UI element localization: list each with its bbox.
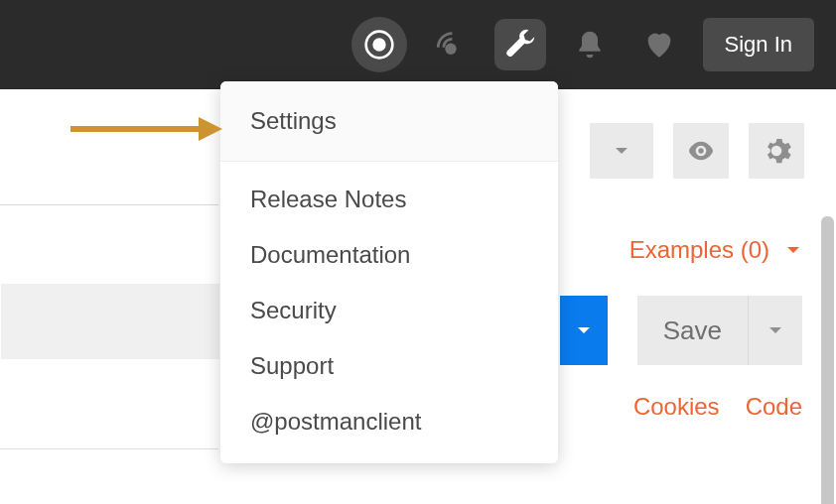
cookies-link[interactable]: Cookies	[633, 393, 720, 421]
gear-icon	[761, 135, 792, 167]
divider	[0, 448, 218, 449]
caret-down-icon	[613, 142, 630, 160]
top-toolbar: Sign In	[0, 0, 836, 89]
sync-icon[interactable]	[351, 17, 407, 72]
bottom-links: Cookies Code	[633, 393, 802, 421]
examples-link[interactable]: Examples (0)	[629, 236, 769, 264]
svg-point-1	[373, 40, 384, 51]
sign-in-button[interactable]: Sign In	[703, 18, 815, 71]
caret-down-icon	[784, 241, 802, 259]
scrollbar-thumb[interactable]	[821, 216, 834, 504]
dropdown-caret-button[interactable]	[590, 123, 653, 179]
caret-down-icon	[575, 321, 593, 339]
satellite-icon[interactable]	[425, 19, 477, 70]
menu-item-twitter[interactable]: @postmanclient	[220, 394, 558, 463]
caret-down-icon	[766, 321, 784, 339]
menu-item-settings[interactable]: Settings	[220, 81, 558, 162]
eye-icon	[685, 135, 717, 167]
examples-row: Examples (0)	[629, 236, 802, 264]
examples-caret[interactable]	[784, 241, 802, 259]
menu-item-security[interactable]: Security	[220, 283, 558, 338]
menu-item-release-notes[interactable]: Release Notes	[220, 162, 558, 227]
settings-dropdown-menu: Settings Release Notes Documentation Sec…	[220, 81, 558, 463]
save-dropdown-button[interactable]	[749, 296, 802, 365]
divider	[0, 204, 218, 205]
save-row: Save	[560, 296, 802, 365]
menu-item-documentation[interactable]: Documentation	[220, 227, 558, 283]
code-link[interactable]: Code	[746, 393, 802, 421]
view-button[interactable]	[673, 123, 729, 179]
bell-icon[interactable]	[564, 19, 616, 70]
wrench-icon[interactable]	[494, 19, 546, 70]
save-button[interactable]: Save	[637, 296, 749, 365]
save-button-group: Save	[637, 296, 802, 365]
request-input-strip[interactable]	[1, 284, 219, 359]
svg-point-2	[445, 44, 456, 55]
heart-icon[interactable]	[633, 19, 685, 70]
settings-button[interactable]	[749, 123, 804, 179]
menu-item-support[interactable]: Support	[220, 338, 558, 394]
send-dropdown-button[interactable]	[560, 296, 608, 365]
toolbar-row	[590, 123, 804, 179]
